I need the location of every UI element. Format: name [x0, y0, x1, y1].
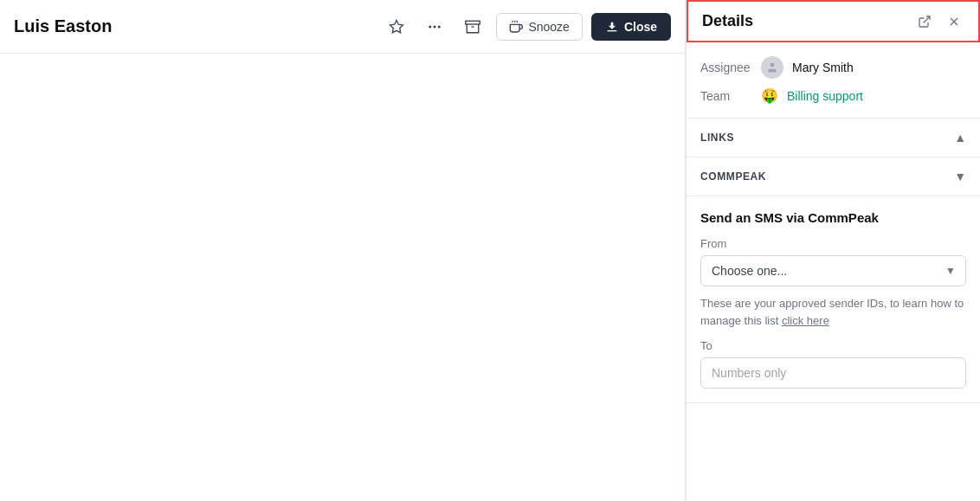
- archive-icon: [465, 19, 480, 35]
- close-button[interactable]: Close: [591, 13, 671, 41]
- svg-point-13: [770, 63, 775, 67]
- svg-rect-4: [466, 21, 480, 24]
- commpeak-chevron-icon: ▼: [954, 170, 966, 183]
- assignee-label: Assignee: [700, 61, 752, 74]
- open-external-button[interactable]: [914, 13, 935, 30]
- to-label: To: [700, 339, 966, 352]
- assignee-section: Assignee Mary Smith Team 🤑 Billing suppo…: [687, 42, 980, 119]
- commpeak-title: COMMPEAK: [700, 170, 766, 183]
- details-header-icons: [914, 13, 964, 30]
- links-section-header[interactable]: LINKS ▲: [687, 119, 980, 157]
- star-button[interactable]: [382, 14, 411, 40]
- close-icon: [947, 15, 961, 29]
- snooze-button[interactable]: Snooze: [496, 13, 582, 41]
- contact-name: Luis Easton: [14, 16, 373, 36]
- links-chevron-icon: ▲: [954, 131, 966, 145]
- svg-point-2: [434, 25, 436, 28]
- more-icon: [427, 19, 442, 35]
- to-input[interactable]: [700, 357, 966, 389]
- click-here-link[interactable]: click here: [782, 314, 829, 327]
- assignee-name: Mary Smith: [792, 61, 854, 74]
- close-details-button[interactable]: [944, 13, 964, 30]
- assignee-row: Assignee Mary Smith: [700, 56, 966, 79]
- user-icon: [766, 61, 778, 74]
- svg-line-10: [924, 16, 930, 22]
- details-header: Details: [687, 0, 980, 42]
- left-panel: Luis Easton Snooze Clos: [0, 0, 686, 501]
- svg-point-1: [429, 25, 432, 28]
- team-name: Billing support: [787, 89, 863, 103]
- svg-marker-0: [390, 20, 403, 32]
- details-title: Details: [702, 12, 753, 30]
- team-row: Team 🤑 Billing support: [700, 87, 966, 104]
- archive-button[interactable]: [458, 14, 487, 40]
- main-content: [0, 54, 685, 501]
- snooze-icon: [509, 20, 523, 34]
- more-options-button[interactable]: [420, 14, 449, 40]
- svg-rect-9: [608, 30, 617, 31]
- from-select-wrapper: Choose one... ▼: [700, 255, 966, 286]
- external-link-icon: [918, 15, 932, 29]
- avatar: [761, 56, 783, 79]
- from-label: From: [700, 237, 966, 250]
- commpeak-section: COMMPEAK ▼ Send an SMS via CommPeak From…: [687, 157, 980, 403]
- download-icon: [605, 20, 619, 34]
- header-bar: Luis Easton Snooze Clos: [0, 0, 685, 54]
- star-icon: [389, 19, 404, 35]
- close-label: Close: [624, 20, 657, 34]
- links-title: LINKS: [700, 132, 734, 144]
- send-sms-title: Send an SMS via CommPeak: [700, 210, 966, 225]
- commpeak-section-header[interactable]: COMMPEAK ▼: [687, 157, 980, 196]
- svg-point-3: [438, 25, 441, 28]
- team-label: Team: [700, 89, 752, 103]
- from-select[interactable]: Choose one...: [700, 255, 966, 286]
- commpeak-body: Send an SMS via CommPeak From Choose one…: [687, 196, 980, 402]
- hint-text: These are your approved sender IDs, to l…: [700, 295, 966, 329]
- team-emoji: 🤑: [761, 87, 778, 104]
- right-panel: Details Assignee: [686, 0, 980, 501]
- snooze-label: Snooze: [528, 20, 569, 34]
